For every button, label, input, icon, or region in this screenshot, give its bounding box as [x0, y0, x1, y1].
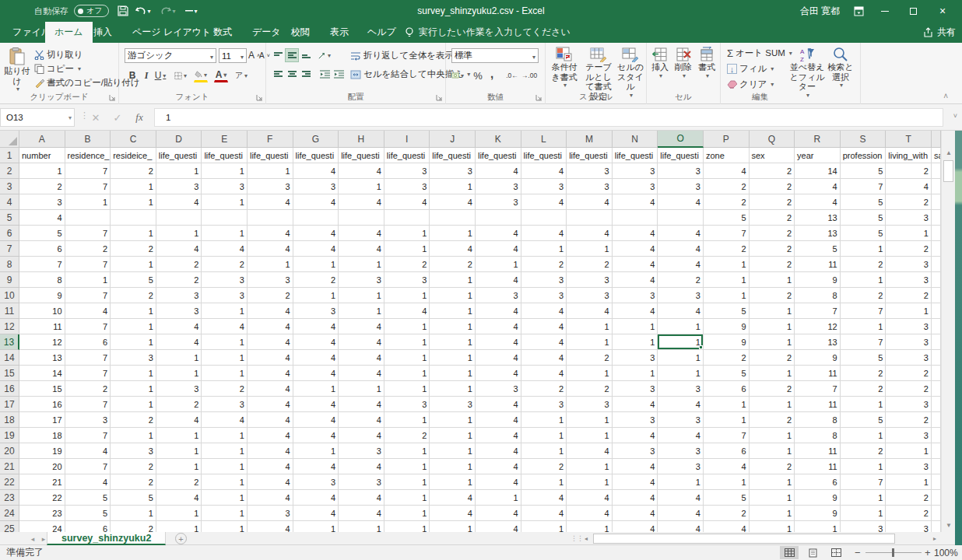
cell-K5[interactable]	[476, 210, 521, 226]
zoom-in-icon[interactable]: +	[925, 545, 931, 560]
cell-B4[interactable]: 1	[65, 194, 111, 210]
cell-G12[interactable]: 4	[293, 319, 339, 334]
name-box[interactable]: O13 ▾	[0, 108, 75, 127]
cell-P3[interactable]: 2	[704, 179, 750, 194]
cell-K15[interactable]: 4	[476, 366, 521, 381]
cell-P24[interactable]: 2	[704, 506, 750, 521]
cell-B12[interactable]: 7	[65, 319, 111, 334]
row-header-4[interactable]: 4	[0, 194, 19, 210]
cell-S3[interactable]: 7	[841, 179, 887, 194]
cell-E10[interactable]: 3	[202, 288, 248, 303]
row-header-7[interactable]: 7	[0, 241, 19, 257]
ribbon-display-options-icon[interactable]	[847, 0, 870, 22]
cell-M16[interactable]: 2	[567, 381, 613, 397]
cell-sliver-9[interactable]	[932, 272, 941, 288]
cell-J5[interactable]	[430, 210, 476, 226]
cell-Q19[interactable]: 1	[750, 428, 795, 443]
cell-J7[interactable]: 4	[430, 241, 476, 257]
cell-K18[interactable]: 4	[476, 412, 521, 428]
cell-H2[interactable]: 4	[339, 163, 384, 179]
cell-M15[interactable]: 1	[567, 366, 613, 381]
cell-C6[interactable]: 1	[111, 226, 156, 241]
cell-A25[interactable]: 24	[19, 521, 65, 532]
cell-sliver-14[interactable]	[932, 350, 941, 366]
cell-I15[interactable]: 1	[384, 366, 430, 381]
cell-P21[interactable]: 4	[704, 459, 750, 474]
cell-K17[interactable]: 4	[476, 397, 521, 412]
cell-I23[interactable]: 1	[384, 490, 430, 506]
number-format-select[interactable]: 標準	[451, 48, 539, 63]
cell-R4[interactable]: 4	[795, 194, 841, 210]
cell-D22[interactable]: 2	[156, 474, 202, 490]
formula-input[interactable]: 1	[154, 108, 943, 127]
cell-S13[interactable]: 7	[841, 334, 887, 350]
cell-B10[interactable]: 7	[65, 288, 111, 303]
cell-C23[interactable]: 5	[111, 490, 156, 506]
cell-P7[interactable]: 2	[704, 241, 750, 257]
cell-O14[interactable]: 1	[658, 350, 704, 366]
cell-O15[interactable]: 1	[658, 366, 704, 381]
view-page-break-icon[interactable]	[827, 546, 845, 559]
cell-D8[interactable]: 2	[156, 257, 202, 272]
cell-P8[interactable]: 1	[704, 257, 750, 272]
row-header-17[interactable]: 17	[0, 397, 19, 412]
cell-C13[interactable]: 1	[111, 334, 156, 350]
cell-R2[interactable]: 14	[795, 163, 841, 179]
cell-S5[interactable]: 5	[841, 210, 887, 226]
cell-A5[interactable]: 4	[19, 210, 65, 226]
row-header-18[interactable]: 18	[0, 412, 19, 428]
cell-S10[interactable]: 2	[841, 288, 887, 303]
tell-me-box[interactable]: 実行したい作業を入力してください	[405, 22, 571, 43]
cell-M4[interactable]: 4	[567, 194, 613, 210]
cell-B9[interactable]: 1	[65, 272, 111, 288]
increase-indent-icon[interactable]	[332, 67, 346, 81]
cell-F10[interactable]: 2	[248, 288, 293, 303]
cell-L15[interactable]: 4	[521, 366, 567, 381]
cell-T16[interactable]: 2	[886, 381, 932, 397]
cell-N2[interactable]: 3	[613, 163, 658, 179]
accounting-format-button[interactable]	[451, 68, 465, 82]
cell-D21[interactable]: 1	[156, 459, 202, 474]
cell-K16[interactable]: 3	[476, 381, 521, 397]
cell-S21[interactable]: 1	[841, 459, 887, 474]
cell-B1[interactable]: residence_	[65, 148, 111, 163]
cell-O2[interactable]: 3	[658, 163, 704, 179]
cell-N18[interactable]: 3	[613, 412, 658, 428]
cell-O8[interactable]: 4	[658, 257, 704, 272]
cell-H23[interactable]: 4	[339, 490, 384, 506]
tab-help[interactable]: ヘルプ	[358, 22, 406, 43]
cell-B21[interactable]: 7	[65, 459, 111, 474]
cell-K7[interactable]: 4	[476, 241, 521, 257]
column-header-sliver[interactable]	[932, 131, 941, 148]
cell-A9[interactable]: 8	[19, 272, 65, 288]
cell-P18[interactable]: 1	[704, 412, 750, 428]
cell-K2[interactable]: 4	[476, 163, 521, 179]
cell-A20[interactable]: 19	[19, 443, 65, 459]
cell-K24[interactable]: 4	[476, 506, 521, 521]
vertical-scroll-thumb[interactable]	[943, 160, 953, 182]
cell-S7[interactable]: 1	[841, 241, 887, 257]
cell-K12[interactable]: 4	[476, 319, 521, 334]
cell-H18[interactable]: 4	[339, 412, 384, 428]
cell-S22[interactable]: 7	[841, 474, 887, 490]
cell-S23[interactable]: 1	[841, 490, 887, 506]
cell-K10[interactable]: 3	[476, 288, 521, 303]
cell-F2[interactable]: 1	[248, 163, 293, 179]
cell-M24[interactable]: 4	[567, 506, 613, 521]
cell-A6[interactable]: 5	[19, 226, 65, 241]
cell-J1[interactable]: life_questi	[430, 148, 476, 163]
cell-B19[interactable]: 7	[65, 428, 111, 443]
minimize-button[interactable]	[873, 0, 897, 22]
cell-J15[interactable]: 1	[430, 366, 476, 381]
cell-D25[interactable]: 1	[156, 521, 202, 532]
cell-C14[interactable]: 3	[111, 350, 156, 366]
cell-sliver-1[interactable]: sa	[932, 148, 941, 163]
cell-C19[interactable]: 1	[111, 428, 156, 443]
cell-M11[interactable]: 4	[567, 303, 613, 319]
phonetic-guide-button[interactable]: ア	[234, 68, 248, 82]
cell-L13[interactable]: 4	[521, 334, 567, 350]
cell-H19[interactable]: 4	[339, 428, 384, 443]
row-header-11[interactable]: 11	[0, 303, 19, 319]
cell-I6[interactable]: 1	[384, 226, 430, 241]
cell-G5[interactable]	[293, 210, 339, 226]
